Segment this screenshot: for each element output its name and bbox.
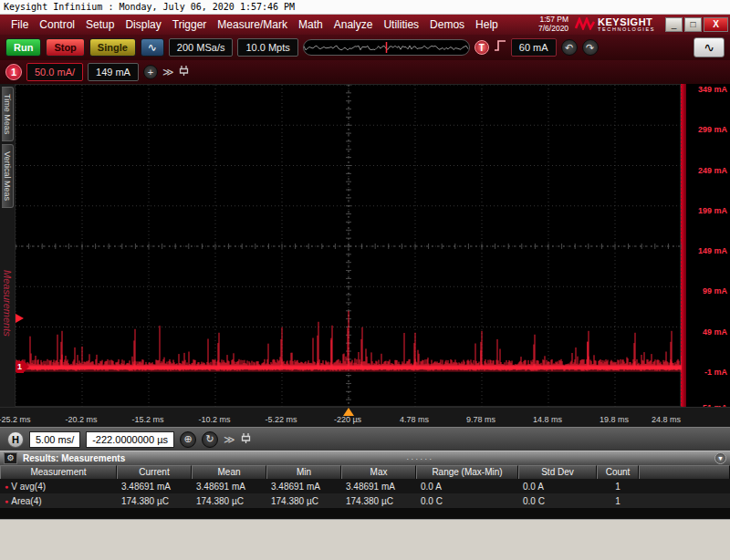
channel-color-dot-icon: ●	[5, 498, 8, 504]
plus-icon: +	[148, 67, 153, 78]
menu-item[interactable]: File	[5, 16, 34, 33]
results-collapse-button[interactable]: ▾	[714, 452, 726, 464]
horizontal-probe-icon[interactable]	[241, 431, 251, 448]
close-button[interactable]: X	[704, 17, 728, 32]
menu-item[interactable]: Analyze	[328, 16, 379, 33]
menu-item[interactable]: Demos	[424, 16, 470, 33]
min-cell: 174.380 µC	[266, 496, 341, 506]
horizontal-position-field[interactable]: -222.0000000 µs	[86, 431, 174, 448]
table-row[interactable]: ●Area(4) 174.380 µC 174.380 µC 174.380 µ…	[0, 493, 730, 508]
waveform-tools-icon: ∿	[704, 40, 714, 55]
horizontal-button[interactable]: H	[7, 431, 24, 448]
mean-cell: 174.380 µC	[192, 496, 266, 506]
results-drag-handle[interactable]: ······	[130, 454, 709, 463]
count-cell: 1	[597, 496, 639, 506]
vertical-scale-field[interactable]: 50.0 mA/	[26, 63, 83, 81]
mean-cell: 3.48691 mA	[192, 482, 266, 492]
horizontal-controls: H 5.00 ms/ -222.0000000 µs ⊕ ↻ ≫	[0, 427, 730, 451]
range-cell: 0.0 A	[416, 482, 518, 492]
brand-subtitle: TECHNOLOGIES	[598, 27, 655, 33]
results-header: ⚙ Results: Measurements ······ ▾	[0, 451, 730, 465]
clock: 1:57 PM 7/6/2020	[538, 16, 568, 34]
zoom-icon: ⊕	[183, 433, 192, 445]
results-table-header: Measurement Current Mean Min Max Range (…	[0, 465, 730, 479]
range-cell: 0.0 C	[416, 496, 518, 506]
stddev-cell: 0.0 C	[518, 496, 597, 506]
horizontal-expand-chevrons[interactable]: ≫	[224, 433, 235, 446]
measurement-label-cell: ●V avg(4)	[0, 482, 117, 492]
column-header-current: Current	[117, 465, 192, 479]
waveform-tools-button[interactable]: ∿	[694, 37, 725, 57]
redo-icon: ↷	[586, 42, 594, 54]
min-cell: 3.48691 mA	[266, 482, 341, 492]
menu-item[interactable]: Math	[293, 16, 328, 33]
chevron-down-icon: ▾	[718, 454, 722, 462]
trigger-time-marker[interactable]	[343, 408, 354, 416]
channel-1-button[interactable]: 1	[5, 64, 22, 80]
infiniium-app: Keysight Infiniium : Monday, July 06, 20…	[0, 0, 730, 560]
add-channel-button[interactable]: +	[143, 65, 158, 79]
menu-items: FileControlSetupDisplayTriggerMeasure/Ma…	[5, 16, 504, 33]
channel-ground-marker[interactable]: 1	[16, 361, 24, 373]
tab-time-meas[interactable]: Time Meas	[2, 87, 14, 141]
trigger-level-field[interactable]: 60 mA	[511, 38, 557, 57]
x-axis: -25.2 ms-20.2 ms-15.2 ms-10.2 ms-5.22 ms…	[0, 407, 730, 427]
menu-item[interactable]: Measure/Mark	[212, 16, 293, 33]
y-axis-labels: 349 mA299 mA249 mA199 mA149 mA99 mA49 mA…	[686, 84, 730, 407]
menu-item[interactable]: Setup	[80, 16, 120, 33]
vertical-offset-field[interactable]: 149 mA	[88, 63, 139, 81]
column-header-mean: Mean	[192, 465, 266, 479]
keysight-spark-icon	[575, 17, 595, 33]
menu-item[interactable]: Utilities	[378, 16, 424, 33]
trigger-icon[interactable]: T	[474, 40, 489, 55]
column-header-measurement: Measurement	[0, 465, 117, 479]
menu-item[interactable]: Trigger	[167, 16, 213, 33]
bottom-filler	[0, 519, 730, 560]
menu-item[interactable]: Help	[470, 16, 504, 33]
left-tab-strip: Time Meas Vertical Meas Measurements	[0, 84, 15, 407]
horizontal-settings-button[interactable]: ↻	[202, 431, 218, 448]
waveform-icon: ∿	[148, 41, 157, 54]
undo-icon: ↶	[565, 42, 573, 54]
scope-display-area: Time Meas Vertical Meas Measurements 1 3…	[0, 84, 730, 407]
column-header-count: Count	[597, 465, 639, 479]
results-settings-button[interactable]: ⚙	[4, 452, 17, 464]
results-title: Results: Measurements	[23, 453, 125, 463]
column-header-min: Min	[266, 465, 341, 479]
tab-measurements-results[interactable]: Measurements	[1, 264, 14, 343]
redo-button[interactable]: ↷	[582, 39, 599, 56]
waveform-plot[interactable]: 1	[15, 84, 681, 407]
menu-item[interactable]: Control	[34, 16, 80, 33]
clock-date: 7/6/2020	[538, 25, 568, 34]
count-cell: 1	[597, 482, 639, 492]
timebase-preview	[303, 39, 470, 56]
single-button[interactable]: Single	[89, 38, 136, 57]
trigger-edge-slope-icon[interactable]	[494, 39, 506, 56]
zoom-button[interactable]: ⊕	[180, 431, 196, 448]
column-header-filler	[639, 465, 730, 479]
tab-vertical-meas[interactable]: Vertical Meas	[2, 144, 14, 208]
trigger-level-marker[interactable]	[16, 314, 24, 323]
stddev-cell: 0.0 A	[518, 482, 597, 492]
run-button[interactable]: Run	[5, 38, 41, 57]
maximize-button[interactable]: □	[684, 17, 702, 32]
minimize-button[interactable]: _	[665, 17, 683, 32]
current-cell: 3.48691 mA	[117, 482, 192, 492]
stop-button[interactable]: Stop	[46, 38, 84, 57]
column-header-range: Range (Max-Min)	[416, 465, 518, 479]
max-cell: 174.380 µC	[341, 496, 416, 506]
channel-expand-chevrons[interactable]: ≫	[162, 66, 174, 78]
table-row[interactable]: ●V avg(4) 3.48691 mA 3.48691 mA 3.48691 …	[0, 479, 730, 493]
waveform-canvas	[16, 85, 682, 408]
channel-probe-icon[interactable]	[179, 64, 189, 80]
max-cell: 3.48691 mA	[341, 482, 416, 492]
autoscale-button[interactable]: ∿	[141, 38, 164, 57]
refresh-icon: ↻	[205, 433, 214, 445]
sample-rate-readout[interactable]: 200 MSa/s	[169, 38, 234, 57]
horizontal-scale-field[interactable]: 5.00 ms/	[29, 431, 80, 448]
menu-item[interactable]: Display	[120, 16, 166, 33]
undo-button[interactable]: ↶	[561, 39, 578, 56]
memory-depth-readout[interactable]: 10.0 Mpts	[237, 38, 297, 57]
gear-icon: ⚙	[6, 453, 14, 462]
column-header-max: Max	[341, 465, 416, 479]
